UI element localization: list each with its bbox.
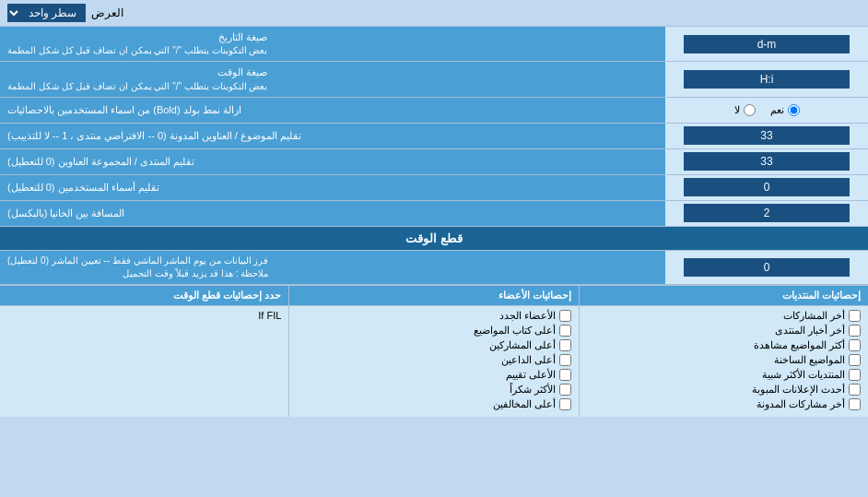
topics-input-cell [665,124,868,148]
date-format-label: صيغة التاريخ بعض التكوينات يتطلب "/" الت… [0,27,665,61]
date-format-input-cell [665,27,868,61]
bold-radio-cell: نعم لا [665,98,868,123]
cb-col2-1[interactable]: أعلى كتاب المواضيع [297,325,570,337]
topics-input[interactable] [684,126,850,145]
usernames-input[interactable] [684,178,850,196]
cb-col1-1[interactable]: أخر أخبار المنتدى [587,325,861,337]
cb-col1-4[interactable]: المنتديات الأكثر شبية [587,369,861,381]
radio-no-input[interactable] [744,104,756,116]
radio-yes[interactable]: نعم [770,104,800,116]
col-space-label: المسافة بين الخانيا (بالبكسل) [0,201,665,226]
cb-col1-6[interactable]: أخر مشاركات المدونة [587,398,861,410]
col1-header: إحصائيات المنتديات [579,286,868,305]
cb-col1-3[interactable]: المواضيع الساخنة [587,354,861,366]
cb-col1-0[interactable]: أخر المشاركات [587,310,861,322]
right-limit-area: If FIL [0,306,288,417]
forum-group-input[interactable] [684,152,850,171]
usernames-label: تقليم أسماء المستخدمين (0 للتعطيل) [0,175,665,200]
time-format-input-cell [665,62,868,96]
date-format-input[interactable] [684,35,850,53]
cutoff-input[interactable] [684,258,850,277]
cutoff-title: قطع الوقت [405,231,463,245]
cb-col2-2[interactable]: أعلى المشاركين [297,339,570,351]
col2-header: إحصائيات الأعضاء [288,286,578,305]
cb-col2-0[interactable]: الأعضاء الجدد [297,310,570,322]
topics-label: تقليم الموضوع / العناوين المدونة (0 -- ا… [0,124,665,148]
forum-group-input-cell [665,149,868,174]
cb-col2-4[interactable]: الأعلى تقييم [297,369,570,381]
forum-group-label: تقليم المنتدى / المجموعة العناوين (0 للت… [0,149,665,174]
cutoff-input-cell [665,251,868,284]
limit-label: حدد إحصائيات قطع الوقت [0,286,288,305]
display-select[interactable]: سطر واحد [7,4,86,22]
radio-no[interactable]: لا [734,104,756,116]
cutoff-label: فرز البيانات من يوم الماشر الماشي فقط --… [0,251,665,284]
cb-col2-5[interactable]: الأكثر شكراً [297,384,570,396]
if-fil-note: If FIL [7,310,281,321]
col-space-input[interactable] [684,204,850,222]
radio-yes-input[interactable] [788,104,800,116]
cb-col2-3[interactable]: أعلى الداعين [297,354,570,366]
display-label: العرض [91,6,123,19]
checkbox-col2: الأعضاء الجدد أعلى كتاب المواضيع أعلى ال… [288,306,578,417]
cb-col2-6[interactable]: أعلى المخالفين [297,398,570,410]
cb-col1-5[interactable]: أحدث الإعلانات المبوبة [587,384,861,396]
col-space-input-cell [665,201,868,226]
bold-label: ازالة نمط بولد (Bold) من اسماء المستخدمي… [0,98,665,123]
checkbox-col1: أخر المشاركات أخر أخبار المنتدى أكثر الم… [579,306,868,417]
time-format-label: صيغة الوقت بعض التكوينات يتطلب "/" التي … [0,62,665,96]
cutoff-section-header: قطع الوقت [0,227,868,251]
usernames-input-cell [665,175,868,200]
cb-col1-2[interactable]: أكثر المواضيع مشاهدة [587,339,861,351]
time-format-input[interactable] [684,70,850,89]
